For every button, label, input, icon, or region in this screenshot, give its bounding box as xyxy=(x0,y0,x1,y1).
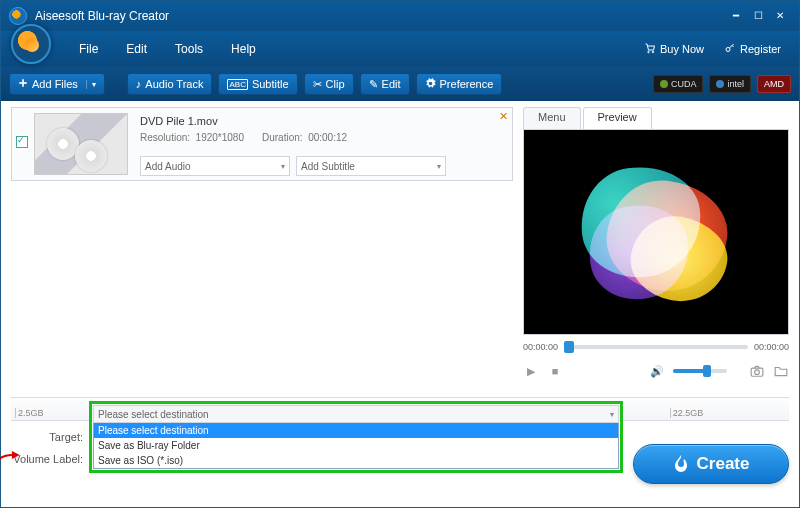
title-bar: Aiseesoft Blu-ray Creator ━ ☐ ✕ xyxy=(1,1,799,31)
audio-label: Audio Track xyxy=(145,78,203,90)
output-form: Target: Please select destination Please… xyxy=(11,427,623,497)
resolution-label: Resolution: xyxy=(140,132,190,143)
svg-point-1 xyxy=(652,51,654,53)
tab-preview[interactable]: Preview xyxy=(583,107,652,129)
buy-now-link[interactable]: Buy Now xyxy=(634,42,714,56)
play-button[interactable]: ▶ xyxy=(523,363,539,379)
buy-now-label: Buy Now xyxy=(660,43,704,55)
volume-slider[interactable] xyxy=(673,369,727,373)
ruler-tick: 22.5GB xyxy=(670,408,752,418)
menu-bar: File Edit Tools Help Buy Now Register xyxy=(1,31,799,67)
create-label: Create xyxy=(697,454,750,474)
minimize-button[interactable]: ━ xyxy=(725,7,747,25)
svg-point-6 xyxy=(755,370,760,375)
seek-slider[interactable] xyxy=(564,345,748,349)
target-option-placeholder[interactable]: Please select destination xyxy=(94,423,618,438)
add-subtitle-select[interactable]: Add Subtitle xyxy=(296,156,446,176)
app-logo-icon xyxy=(9,7,27,25)
preview-pane: Menu Preview 00:00:00 00:00:00 ▶ ■ 🔊 xyxy=(523,107,789,397)
resolution-value: 1920*1080 xyxy=(196,132,244,143)
plus-icon xyxy=(18,78,28,90)
register-label: Register xyxy=(740,43,781,55)
preference-label: Preference xyxy=(440,78,494,90)
add-files-label: Add Files xyxy=(32,78,78,90)
cuda-badge: CUDA xyxy=(653,75,704,93)
duration-label: Duration: xyxy=(262,132,303,143)
target-highlight-box: Please select destination Please select … xyxy=(89,401,623,473)
preview-graphic xyxy=(571,157,741,307)
key-icon xyxy=(724,42,736,56)
clip-button[interactable]: ✂ Clip xyxy=(304,73,354,95)
maximize-button[interactable]: ☐ xyxy=(747,7,769,25)
time-current: 00:00:00 xyxy=(523,342,558,352)
file-thumbnail xyxy=(34,113,128,175)
audio-icon: ♪ xyxy=(136,78,142,90)
svg-rect-4 xyxy=(19,82,27,84)
flame-icon xyxy=(673,455,689,473)
app-title: Aiseesoft Blu-ray Creator xyxy=(35,9,169,23)
edit-button[interactable]: ✎ Edit xyxy=(360,73,410,95)
target-label: Target: xyxy=(11,431,83,443)
subtitle-button[interactable]: ABC Subtitle xyxy=(218,73,297,95)
close-button[interactable]: ✕ xyxy=(769,7,791,25)
register-link[interactable]: Register xyxy=(714,42,791,56)
target-option-folder[interactable]: Save as Blu-ray Folder xyxy=(94,438,618,453)
menu-file[interactable]: File xyxy=(65,38,112,60)
edit-label: Edit xyxy=(382,78,401,90)
wand-icon: ✎ xyxy=(369,78,378,91)
scissors-icon: ✂ xyxy=(313,78,322,91)
snapshot-button[interactable] xyxy=(749,363,765,379)
brand-logo-icon xyxy=(11,24,51,64)
menu-tools[interactable]: Tools xyxy=(161,38,217,60)
volume-icon[interactable]: 🔊 xyxy=(649,363,665,379)
app-window: Aiseesoft Blu-ray Creator ━ ☐ ✕ File Edi… xyxy=(0,0,800,508)
menu-help[interactable]: Help xyxy=(217,38,270,60)
file-info: DVD Pile 1.mov Resolution: 1920*1080 Dur… xyxy=(134,108,512,180)
file-checkbox[interactable] xyxy=(16,136,28,148)
content-area: DVD Pile 1.mov Resolution: 1920*1080 Dur… xyxy=(1,101,799,397)
toolbar: Add Files ♪ Audio Track ABC Subtitle ✂ C… xyxy=(1,67,799,101)
file-list-pane: DVD Pile 1.mov Resolution: 1920*1080 Dur… xyxy=(11,107,513,397)
timeline: 00:00:00 00:00:00 xyxy=(523,337,789,357)
intel-badge: intel xyxy=(709,75,751,93)
preview-tabs: Menu Preview xyxy=(523,107,789,129)
folder-button[interactable] xyxy=(773,363,789,379)
file-name: DVD Pile 1.mov xyxy=(140,112,506,130)
preference-button[interactable]: Preference xyxy=(416,73,503,95)
stop-button[interactable]: ■ xyxy=(547,363,563,379)
create-button[interactable]: Create xyxy=(633,444,789,484)
target-dropdown-list: Please select destination Save as Blu-ra… xyxy=(93,423,619,469)
tab-menu[interactable]: Menu xyxy=(523,107,581,129)
subtitle-icon: ABC xyxy=(227,79,247,90)
gear-icon xyxy=(425,78,436,91)
file-item[interactable]: DVD Pile 1.mov Resolution: 1920*1080 Dur… xyxy=(11,107,513,181)
clip-label: Clip xyxy=(326,78,345,90)
video-preview xyxy=(523,129,789,335)
amd-badge: AMD xyxy=(757,75,791,93)
player-controls: ▶ ■ 🔊 xyxy=(523,359,789,383)
svg-point-0 xyxy=(648,51,650,53)
arrow-annotation-icon xyxy=(0,449,22,465)
svg-point-2 xyxy=(726,48,730,52)
add-audio-select[interactable]: Add Audio xyxy=(140,156,290,176)
add-files-button[interactable]: Add Files xyxy=(9,73,105,95)
cart-icon xyxy=(644,42,656,56)
bottom-panel: Target: Please select destination Please… xyxy=(1,421,799,507)
ruler-tick: 2.5GB xyxy=(15,408,97,418)
target-select[interactable]: Please select destination xyxy=(93,405,619,423)
menu-edit[interactable]: Edit xyxy=(112,38,161,60)
duration-value: 00:00:12 xyxy=(308,132,347,143)
subtitle-label: Subtitle xyxy=(252,78,289,90)
time-total: 00:00:00 xyxy=(754,342,789,352)
target-option-iso[interactable]: Save as ISO (*.iso) xyxy=(94,453,618,468)
audio-track-button[interactable]: ♪ Audio Track xyxy=(127,73,213,95)
remove-file-button[interactable]: ✕ xyxy=(496,110,510,124)
